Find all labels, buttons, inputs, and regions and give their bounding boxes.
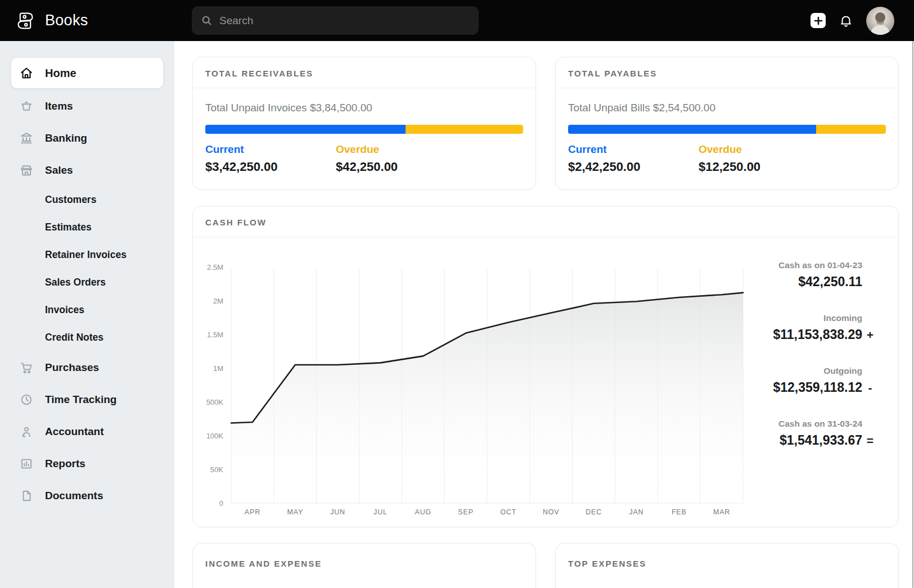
sidebar-item-label: Sales	[45, 164, 73, 177]
receivables-summary: Total Unpaid Invoices $3,84,500.00	[205, 102, 523, 114]
stat-value: $1,541,933.67	[780, 433, 862, 448]
cart-icon	[19, 360, 34, 375]
basket-icon	[19, 99, 34, 114]
sidebar-item-sales[interactable]: Sales	[11, 154, 163, 186]
books-logo-icon	[14, 10, 37, 32]
receivables-progress-bar	[205, 125, 523, 134]
store-icon	[19, 163, 34, 178]
y-tick-label: 500K	[206, 398, 224, 406]
sidebar-item-time-tracking[interactable]: Time Tracking	[11, 383, 163, 415]
x-tick-label: JAN	[629, 508, 643, 516]
y-tick-label: 50K	[210, 465, 223, 474]
chart-icon	[19, 456, 34, 471]
doc-icon	[19, 489, 34, 503]
sidebar-item-sales-orders[interactable]: Sales Orders	[11, 269, 163, 296]
x-tick-label: AUG	[415, 508, 432, 516]
income-and-expense-title: INCOME AND EXPENSE	[193, 544, 535, 578]
payables-current-value: $2,42,250.00	[568, 160, 699, 174]
payables-overdue-label: Overdue	[699, 143, 829, 156]
top-expenses-card: TOP EXPENSES	[555, 543, 899, 588]
sidebar-item-documents[interactable]: Documents	[11, 480, 163, 512]
x-tick-label: MAY	[287, 508, 303, 516]
sidebar-item-label: Invoices	[45, 304, 84, 316]
cashflow-stat-cash-as-on-31-03-24: Cash as on 31-03-24$1,541,933.67=	[746, 419, 878, 448]
bell-icon	[839, 13, 853, 28]
payables-overdue-value: $12,250.00	[699, 160, 829, 174]
x-tick-label: JUN	[330, 508, 345, 516]
sidebar-item-label: Sales Orders	[45, 277, 106, 288]
plus-icon	[814, 16, 823, 25]
notifications-button[interactable]	[839, 13, 853, 28]
app-logo[interactable]: Books	[0, 10, 88, 32]
cashflow-stat-incoming: Incoming$11,153,838.29+	[746, 313, 878, 342]
sidebar-nav: HomeItemsBankingSalesCustomersEstimatesR…	[0, 41, 174, 588]
bank-icon	[19, 131, 34, 146]
search-input[interactable]	[219, 15, 470, 27]
sidebar-item-label: Retainer Invoices	[45, 249, 127, 261]
x-tick-label: DEC	[586, 508, 602, 516]
dashboard-main: TOTAL RECEIVABLES Total Unpaid Invoices …	[174, 41, 914, 588]
sidebar-item-purchases[interactable]: Purchases	[11, 351, 163, 383]
receivables-current-segment	[205, 125, 406, 134]
cashflow-stat-outgoing: Outgoing$12,359,118.12-	[746, 366, 878, 395]
sidebar-item-invoices[interactable]: Invoices	[11, 296, 163, 324]
sidebar-item-accountant[interactable]: Accountant	[11, 415, 163, 447]
person-icon	[19, 424, 34, 439]
vertical-scrollbar[interactable]	[912, 41, 913, 588]
sidebar-item-banking[interactable]: Banking	[11, 122, 163, 154]
cash-flow-chart: 2.5M2M1.5M1M500K100K50K0APRMAYJUNJULAUGS…	[196, 256, 746, 523]
stat-value: $42,250.11	[798, 274, 862, 290]
clock-icon	[19, 392, 34, 407]
sidebar-item-credit-notes[interactable]: Credit Notes	[11, 324, 163, 351]
cashflow-stat-cash-as-on-01-04-23: Cash as on 01-04-23$42,250.11	[746, 260, 878, 290]
stat-label: Cash as on 31-03-24	[746, 419, 878, 429]
sidebar-item-label: Items	[45, 100, 73, 112]
sidebar-item-label: Home	[45, 67, 76, 80]
user-avatar[interactable]	[866, 7, 894, 35]
sidebar-item-label: Banking	[45, 132, 87, 144]
y-tick-label: 2.5M	[207, 263, 223, 272]
avatar-photo	[866, 7, 894, 35]
home-icon	[19, 66, 34, 80]
payables-summary: Total Unpaid Bills $2,54,500.00	[568, 102, 886, 114]
total-payables-card: TOTAL PAYABLES Total Unpaid Bills $2,54,…	[555, 57, 899, 190]
app-name: Books	[45, 12, 88, 29]
payables-progress-bar	[568, 125, 886, 134]
y-tick-label: 1.5M	[207, 331, 223, 339]
sidebar-item-customers[interactable]: Customers	[11, 186, 163, 214]
y-tick-label: 0	[219, 499, 223, 508]
x-tick-label: MAR	[713, 508, 730, 516]
cash-flow-card-title: CASH FLOW	[193, 206, 898, 237]
sidebar-item-label: Purchases	[45, 361, 99, 374]
sidebar-item-estimates[interactable]: Estimates	[11, 214, 163, 241]
global-search[interactable]	[192, 6, 479, 35]
sidebar-item-reports[interactable]: Reports	[11, 447, 163, 480]
receivables-overdue-value: $42,250.00	[336, 160, 466, 174]
receivables-current-value: $3,42,250.00	[205, 160, 336, 174]
sidebar-item-label: Customers	[45, 194, 96, 206]
receivables-card-title: TOTAL RECEIVABLES	[193, 57, 535, 88]
cash-flow-stats: Cash as on 01-04-23$42,250.11Incoming$11…	[746, 256, 898, 523]
stat-operator: +	[862, 328, 878, 342]
receivables-overdue-label: Overdue	[336, 143, 466, 156]
cash-flow-chart-svg: 2.5M2M1.5M1M500K100K50K0APRMAYJUNJULAUGS…	[196, 256, 746, 521]
x-tick-label: NOV	[543, 508, 560, 516]
stat-operator: =	[862, 434, 878, 447]
sidebar-item-label: Reports	[45, 458, 85, 470]
sidebar-item-label: Documents	[45, 490, 103, 502]
x-tick-label: SEP	[458, 508, 473, 516]
cash-flow-card: CASH FLOW 2.5M2M1.5M1M500K100K50K0APRMAY…	[192, 206, 899, 527]
y-tick-label: 2M	[213, 297, 223, 305]
x-tick-label: FEB	[672, 508, 687, 516]
total-receivables-card: TOTAL RECEIVABLES Total Unpaid Invoices …	[192, 57, 536, 190]
quick-create-button[interactable]	[811, 13, 826, 28]
sidebar-item-items[interactable]: Items	[11, 90, 163, 122]
stat-value: $11,153,838.29	[773, 327, 862, 342]
sidebar-item-retainer-invoices[interactable]: Retainer Invoices	[11, 241, 163, 269]
income-and-expense-card: INCOME AND EXPENSE	[192, 543, 536, 588]
sidebar-item-label: Accountant	[45, 426, 104, 438]
payables-current-segment	[568, 125, 816, 134]
x-tick-label: APR	[245, 508, 260, 516]
sidebar-item-home[interactable]: Home	[11, 58, 163, 88]
x-tick-label: OCT	[501, 508, 517, 516]
